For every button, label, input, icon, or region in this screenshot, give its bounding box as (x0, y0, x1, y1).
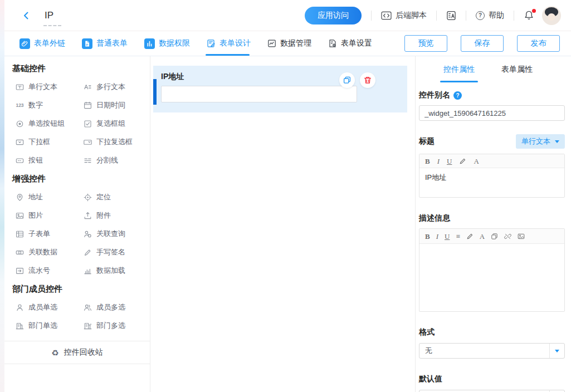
form-settings-icon (328, 39, 337, 48)
sidebar-item-attachment[interactable]: 附件 (84, 210, 144, 220)
default-value-select[interactable] (419, 390, 565, 392)
sidebar-item-address[interactable]: 地址 (16, 192, 84, 202)
backend-script-label: 后端脚本 (396, 11, 427, 21)
delete-widget-button[interactable] (360, 72, 375, 88)
sidebar-item-single-line-text[interactable]: 单行文本 (16, 82, 84, 92)
underline-icon[interactable]: U (447, 158, 452, 165)
backend-script-button[interactable]: 后端脚本 (381, 11, 427, 21)
form-design-canvas[interactable]: IP地址 (150, 56, 415, 392)
link-pen-icon[interactable] (466, 233, 474, 240)
sidebar-item-checkbox-group[interactable]: 复选框组 (84, 119, 144, 129)
insert-image-icon[interactable] (518, 233, 525, 240)
app-window: IP 应用访问 后端脚本 ? 帮助 (0, 0, 571, 392)
link-badge-icon (19, 38, 30, 49)
tab-form-settings[interactable]: 表单设置 (328, 31, 372, 56)
notifications-button[interactable] (524, 10, 534, 21)
sidebar-item-relation-query[interactable]: 关联查询 (84, 229, 144, 239)
title-type-dropdown[interactable]: 单行文本 (516, 134, 565, 149)
radio-group-icon (16, 120, 24, 128)
bold-icon[interactable]: B (425, 233, 430, 240)
sidebar-item-location[interactable]: 定位 (84, 192, 144, 202)
unlink-icon[interactable] (504, 233, 511, 240)
copy-widget-button[interactable] (339, 72, 355, 88)
item-label: 附件 (96, 210, 111, 220)
multi-line-text-icon (84, 83, 92, 91)
sidebar-item-number[interactable]: 123 数字 (16, 100, 84, 110)
single-line-text-icon (16, 83, 24, 91)
sidebar-item-multi-line-text[interactable]: 多行文本 (84, 82, 144, 92)
tab-form-design[interactable]: 表单设计 (207, 31, 251, 56)
link-pen-icon[interactable] (459, 158, 466, 165)
top-bar: IP 应用访问 后端脚本 ? 帮助 (4, 0, 571, 31)
italic-icon[interactable]: I (437, 158, 440, 165)
divider (371, 11, 372, 21)
tab-label: 表单设置 (341, 38, 372, 48)
help-button[interactable]: ? 帮助 (476, 11, 504, 21)
align-icon[interactable]: ≡ (456, 233, 460, 240)
address-icon (16, 193, 24, 202)
sidebar-item-multi-select[interactable]: 下拉复选框 (84, 137, 144, 147)
format-field-label: 格式 (419, 327, 565, 337)
item-label: 关联查询 (96, 229, 125, 239)
selected-widget-ip-address[interactable]: IP地址 (153, 66, 407, 112)
sidebar-item-member-multi[interactable]: 成员多选 (84, 302, 144, 312)
sidebar-item-department-multi[interactable]: 部门多选 (84, 321, 144, 331)
number-icon: 123 (16, 102, 24, 108)
widget-alias-input[interactable] (419, 105, 565, 121)
sidebar-item-radio-group[interactable]: 单选按钮组 (16, 119, 84, 129)
sidebar-item-serial-number[interactable]: 流水号 (16, 266, 84, 276)
sidebar-item-data-load[interactable]: 数据加载 (84, 266, 144, 276)
item-label: 成员多选 (96, 302, 125, 312)
item-label: 地址 (28, 192, 43, 202)
title-rich-text-editor: B I U A IP地址 (419, 154, 565, 198)
attachment-icon (84, 212, 92, 220)
font-icon[interactable]: A (480, 233, 485, 240)
tab-normal-form[interactable]: 普通表单 (82, 31, 128, 56)
data-load-icon (84, 267, 92, 275)
sidebar-item-datetime[interactable]: 日期时间 (84, 100, 144, 110)
description-field-label: 描述信息 (419, 213, 565, 223)
file-badge-icon (82, 38, 92, 49)
avatar[interactable] (542, 6, 561, 25)
sidebar-item-image[interactable]: 图片 (16, 210, 84, 220)
api-book-button[interactable] (446, 11, 456, 21)
tab-label: 普通表单 (96, 38, 128, 48)
preview-button[interactable]: 预览 (404, 35, 447, 52)
tab-data-manage[interactable]: 数据管理 (267, 31, 311, 56)
italic-icon[interactable]: I (436, 233, 438, 240)
help-tooltip-icon[interactable]: ? (453, 91, 462, 100)
divider (514, 11, 514, 21)
copy-field-icon[interactable] (491, 233, 498, 240)
tab-form-external-link[interactable]: 表单外链 (19, 31, 65, 56)
tab-form-properties[interactable]: 表单属性 (501, 56, 533, 82)
font-icon[interactable]: A (474, 158, 479, 165)
back-button[interactable] (21, 11, 31, 21)
sidebar-item-signature[interactable]: 手写签名 (84, 247, 144, 257)
sidebar-item-button[interactable]: 按钮 (16, 155, 84, 165)
tab-widget-properties[interactable]: 控件属性 (443, 56, 475, 82)
app-access-button[interactable]: 应用访问 (305, 7, 362, 24)
widget-recycle-bin[interactable]: ♻ 控件回收站 (4, 341, 150, 364)
sidebar-item-divider[interactable]: 分割线 (84, 155, 144, 165)
underline-icon[interactable]: U (445, 233, 450, 240)
title-editor-content[interactable]: IP地址 (419, 168, 564, 197)
copy-icon (343, 76, 352, 85)
bold-icon[interactable]: B (425, 158, 430, 165)
sidebar-item-department-single[interactable]: 部门单选 (16, 321, 84, 331)
sidebar-item-select[interactable]: 下拉框 (16, 137, 84, 147)
sidebar-item-relation-data[interactable]: 关联数据 (16, 247, 84, 257)
save-button[interactable]: 保存 (461, 35, 504, 52)
description-editor-content[interactable] (419, 244, 564, 311)
divider-icon (84, 156, 92, 165)
form-design-icon (207, 39, 216, 48)
sidebar-item-member-single[interactable]: 成员单选 (16, 302, 84, 312)
publish-button[interactable]: 发布 (517, 35, 560, 52)
tab-data-permission[interactable]: 数据权限 (144, 31, 190, 56)
alias-field-label: 控件别名 ? (419, 90, 565, 100)
form-title[interactable]: IP (45, 10, 53, 21)
sidebar-item-subform[interactable]: 子表单 (16, 229, 84, 239)
ip-address-input[interactable] (161, 86, 357, 102)
title-editor-toolbar: B I U A (419, 154, 564, 168)
format-select[interactable]: 无 (419, 343, 565, 359)
section-enhanced-widgets: 增强控件 地址 定位 图片 (4, 169, 150, 279)
